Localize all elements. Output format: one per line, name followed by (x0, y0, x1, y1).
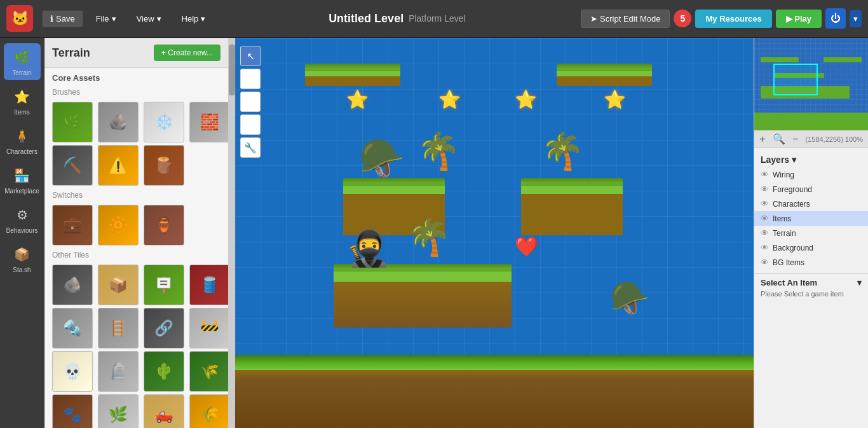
eye-icon-foreground[interactable]: 👁 (761, 184, 769, 194)
layer-terrain[interactable]: 👁 Terrain (754, 226, 868, 240)
zoom-in-button[interactable]: + (759, 134, 765, 145)
level-title: Untitled Level (329, 12, 403, 25)
play-button[interactable]: ▶ Play (776, 10, 822, 28)
select-item-section: Select An Item ▾ Please Select a game it… (754, 273, 868, 301)
marketplace-icon: 🏪 (12, 165, 32, 186)
create-new-button[interactable]: + Create new... (154, 45, 220, 61)
core-assets-header: Core Assets (44, 68, 228, 85)
select-item-dropdown-icon[interactable]: ▾ (857, 278, 862, 287)
eye-icon-bg-items[interactable]: 👁 (761, 258, 769, 267)
layer-background[interactable]: 👁 Background (754, 240, 868, 255)
eye-icon-background[interactable]: 👁 (761, 243, 769, 252)
zoom-out-button[interactable]: − (792, 134, 798, 145)
platform-mid-right (521, 178, 623, 235)
sidebar-item-stash[interactable]: 📦 Sta.sh (4, 240, 41, 277)
eraser-tool[interactable]: 🗑 (240, 92, 261, 112)
layers-header: Layers ▾ (754, 152, 868, 167)
settings-tool[interactable]: 🔧 (240, 137, 261, 158)
other-tile-16[interactable]: 🌾 (189, 394, 229, 428)
create-new-label: + Create new... (161, 48, 213, 57)
layers-section: Layers ▾ 👁 Wiring 👁 Foreground 👁 Charact… (754, 148, 868, 273)
script-edit-label: Script Edit Mode (600, 14, 660, 24)
notification-badge[interactable]: 5 (674, 10, 691, 27)
stash-label: Sta.sh (13, 266, 31, 273)
my-resources-button[interactable]: My Resources (695, 10, 771, 28)
characters-label: Characters (6, 148, 37, 155)
sidebar-item-terrain[interactable]: 🌿 Terrain (4, 43, 41, 80)
switch-tile-3[interactable]: 🏺 (144, 205, 184, 245)
power-button[interactable]: ⏻ (825, 8, 846, 29)
brush-tile-2[interactable]: 🪨 (98, 102, 139, 142)
layer-bg-items[interactable]: 👁 BG Items (754, 255, 868, 270)
layer-wiring-label: Wiring (773, 170, 862, 179)
switch-tile-1[interactable]: 💼 (52, 205, 93, 245)
help-dropdown-icon: ▾ (201, 14, 205, 24)
brush-tile-6[interactable]: ⚠️ (98, 145, 139, 186)
play-label: ▶ Play (786, 14, 811, 24)
other-tile-5[interactable]: 🔩 (52, 308, 93, 349)
other-tile-14[interactable]: 🌿 (98, 394, 139, 428)
file-menu[interactable]: File ▾ (88, 11, 124, 27)
star-3: ⭐ (515, 89, 537, 110)
other-tile-13[interactable]: 🐾 (52, 394, 93, 428)
other-tile-3[interactable]: 🪧 (144, 265, 184, 305)
eye-icon-wiring[interactable]: 👁 (761, 170, 769, 179)
canvas-area[interactable]: ↖ ✏ 🗑 ✥ 🔧 ⭐ ⭐ ⭐ ⭐ 🪖 🌴 🌴 (235, 38, 754, 428)
pencil-tool[interactable]: ✏ (240, 69, 261, 89)
badge-count: 5 (681, 13, 686, 24)
brush-tile-7[interactable]: 🪵 (144, 145, 184, 186)
soldier-character-2: 🪖 (610, 280, 649, 317)
items-icon: ⭐ (12, 86, 32, 107)
eye-icon-terrain[interactable]: 👁 (761, 228, 769, 238)
other-tile-9[interactable]: 💀 (52, 351, 93, 392)
select-item-placeholder: Please Select a game item (761, 290, 862, 298)
other-tile-2[interactable]: 📦 (98, 265, 139, 305)
other-tile-15[interactable]: 🛻 (144, 394, 184, 428)
behaviours-label: Behaviours (6, 227, 37, 234)
layer-characters[interactable]: 👁 Characters (754, 197, 868, 211)
switch-tile-2[interactable]: 🔆 (98, 205, 139, 245)
other-tile-12[interactable]: 🌾 (189, 351, 229, 392)
power-dropdown[interactable]: ▾ (850, 10, 862, 27)
other-tile-6[interactable]: 🪜 (98, 308, 139, 349)
help-menu[interactable]: Help ▾ (174, 11, 214, 27)
scroll-thumb[interactable] (229, 45, 235, 95)
save-button[interactable]: ℹ Save (42, 10, 83, 27)
select-tool[interactable]: ↖ (240, 46, 261, 66)
eye-icon-items[interactable]: 👁 (761, 214, 769, 223)
behaviours-icon: ⚙ (12, 205, 32, 225)
layer-terrain-label: Terrain (773, 229, 862, 238)
move-tool[interactable]: ✥ (240, 114, 261, 135)
eye-icon-characters[interactable]: 👁 (761, 199, 769, 209)
other-tile-1[interactable]: 🪨 (52, 265, 93, 305)
view-menu[interactable]: View ▾ (129, 11, 169, 27)
sidebar-item-behaviours[interactable]: ⚙ Behaviours (4, 201, 41, 238)
sidebar-item-characters[interactable]: 🧍 Characters (4, 122, 41, 159)
save-label: Save (56, 14, 75, 24)
view-dropdown-icon: ▾ (157, 14, 161, 24)
palm-tree-3: 🌴 (407, 216, 451, 258)
layer-items[interactable]: 👁 Items (754, 211, 868, 226)
switches-header: Switches (44, 188, 228, 202)
layers-dropdown-icon[interactable]: ▾ (792, 155, 796, 165)
layer-foreground[interactable]: 👁 Foreground (754, 182, 868, 197)
other-tiles-grid: 🪨 📦 🪧 🛢️ 🔩 🪜 🔗 🚧 💀 🪦 🌵 🌾 🐾 🌿 🛻 🌾 🪨 🔧 💡 🪤 (44, 262, 228, 428)
pirate-character: 🥷 (346, 228, 390, 269)
other-tile-11[interactable]: 🌵 (144, 351, 184, 392)
brush-tile-4[interactable]: 🧱 (189, 102, 229, 142)
sidebar-item-marketplace[interactable]: 🏪 Marketplace (4, 162, 41, 198)
sidebar-item-items[interactable]: ⭐ Items (4, 83, 41, 120)
brush-tile-1[interactable]: 🌿 (52, 102, 93, 142)
zoom-search-button[interactable]: 🔍 (773, 133, 785, 145)
brush-tile-5[interactable]: ⛏️ (52, 145, 93, 186)
brush-tile-3[interactable]: ❄️ (144, 102, 184, 142)
other-tile-10[interactable]: 🪦 (98, 351, 139, 392)
app-logo[interactable]: 🐱 (6, 5, 33, 32)
other-tile-4[interactable]: 🛢️ (189, 265, 229, 305)
items-label: Items (14, 109, 29, 116)
minimap-controls: + 🔍 − (1584,2256) 100% (754, 130, 868, 148)
other-tile-8[interactable]: 🚧 (189, 308, 229, 349)
other-tile-7[interactable]: 🔗 (144, 308, 184, 349)
layer-wiring[interactable]: 👁 Wiring (754, 167, 868, 182)
script-edit-button[interactable]: ➤ Script Edit Mode (581, 10, 670, 28)
